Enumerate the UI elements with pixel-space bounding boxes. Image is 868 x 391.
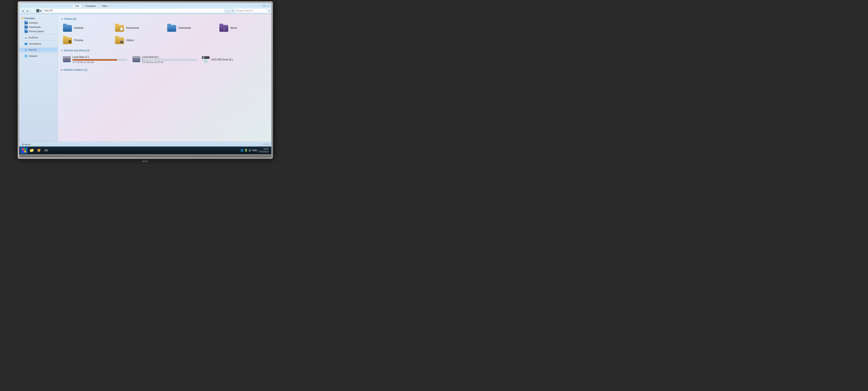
- drive-c-bar-wrap: [72, 59, 127, 61]
- drive-d-icon: [132, 56, 140, 63]
- folder-documents[interactable]: 📄 Documents: [113, 23, 164, 33]
- address-dropdown[interactable]: ▼: [226, 8, 229, 13]
- sidebar-desktop-label: Desktop: [29, 22, 38, 24]
- sidebar-item-recent[interactable]: Recent places: [19, 29, 57, 33]
- sidebar-favorites-header: ★ Favorites: [19, 16, 57, 21]
- drive-dvd-name: DVD RW Drive (E:): [211, 58, 266, 61]
- network-header-label: Network locations (1): [63, 68, 87, 71]
- folders-arrow: ▼: [61, 18, 63, 20]
- drive-d-bar-wrap: [142, 59, 196, 61]
- folders-header-label: Folders (6): [64, 18, 76, 21]
- sidebar-item-homegroup[interactable]: 👥 Homegroup: [19, 41, 57, 46]
- drive-c-free: 157 GB free of 192 GB: [72, 61, 127, 63]
- address-box[interactable]: This PC: [42, 8, 225, 13]
- folder-downloads[interactable]: ↓ Downloads: [165, 23, 216, 33]
- drive-d-info: Local Disk (D:) 270 GB free of 270 GB: [142, 56, 196, 63]
- sidebar-item-onedrive[interactable]: ☁ OneDrive: [19, 35, 57, 39]
- sidebar-item-network[interactable]: 🌐 Network: [19, 54, 57, 58]
- folder-videos-icon-big: 🎬: [115, 36, 124, 44]
- start-button[interactable]: [20, 147, 28, 154]
- taskbar-brave-btn[interactable]: 🦁: [35, 147, 42, 154]
- dvd-img: 💿: [202, 56, 210, 63]
- drive-c-icon: [63, 56, 71, 63]
- drive-d[interactable]: Local Disk (D:) 270 GB free of 270 GB: [131, 54, 198, 65]
- computer-icon: 🖥: [25, 48, 27, 51]
- scroll-indicator: [263, 143, 269, 145]
- drive-c-name: Local Disk (C:): [72, 56, 127, 59]
- folder-music-icon-big: ♫: [219, 24, 228, 32]
- taskbar-explorer-btn[interactable]: 📁: [28, 147, 35, 154]
- star-icon: ★: [21, 17, 24, 20]
- folder-downloads-icon-big: ↓: [167, 24, 176, 32]
- folders-grid: Desktop 📄 Documents ↓: [61, 23, 268, 46]
- network-section-header[interactable]: ▶ Network locations (1): [61, 68, 268, 71]
- hdd-c-icon: [63, 56, 71, 62]
- drive-d-name: Local Disk (D:): [142, 56, 196, 59]
- win-quad-red: [22, 148, 24, 150]
- tray-clock: 19:01 27/02/2023: [258, 147, 269, 153]
- folder-desktop-body: [63, 25, 72, 32]
- sidebar-item-thispc[interactable]: 🖥 This PC: [19, 48, 57, 52]
- help-icon[interactable]: ?: [267, 4, 270, 7]
- drive-d-free: 270 GB free of 270 GB: [142, 61, 196, 63]
- sidebar-divider-2: [21, 40, 56, 41]
- status-text: 10 items: [22, 143, 30, 146]
- sidebar-downloads-label: Downloads: [29, 26, 41, 28]
- back-button[interactable]: ◀: [21, 8, 25, 13]
- folder-pictures[interactable]: 🖼 Pictures: [61, 35, 112, 46]
- refresh-button[interactable]: ↻: [230, 8, 235, 13]
- minimize-icon[interactable]: ▾: [262, 4, 266, 7]
- taskbar-steam-btn[interactable]: 🎮: [43, 147, 50, 154]
- drive-d-bar: [142, 59, 143, 60]
- content-area: ▼ Folders (6) Desktop: [58, 14, 271, 142]
- drive-dvd[interactable]: 💿 DVD RW Drive (E:): [200, 54, 268, 65]
- scroll-dots: [263, 143, 269, 145]
- drive-c[interactable]: Local Disk (C:) 157 GB free of 192 GB: [61, 54, 129, 65]
- sidebar-item-downloads[interactable]: Downloads: [19, 25, 57, 29]
- breadcrumb-sep: ▶: [40, 9, 42, 12]
- sidebar-divider-3: [21, 47, 56, 47]
- dvd-tray: [202, 56, 210, 59]
- folder-desktop-icon: [25, 21, 28, 24]
- tab-file[interactable]: File: [72, 4, 82, 8]
- scroll-dot-2: [265, 143, 267, 145]
- network-icon: 🌐: [25, 55, 28, 57]
- devices-arrow: ▼: [61, 49, 63, 52]
- devices-section-header[interactable]: ▼ Devices and drives (3): [61, 49, 268, 52]
- tray-volume-icon: 🔊: [248, 149, 252, 152]
- scroll-dot-3: [268, 143, 269, 145]
- status-bar: 10 items: [19, 142, 271, 146]
- tray-date-value: 27/02/2023: [258, 150, 269, 153]
- sidebar-onedrive-label: OneDrive: [28, 36, 38, 39]
- sys-tray: 🌐 🔋 🔊 ENG 19:01 27/02/2023: [239, 147, 270, 153]
- tab-computer[interactable]: Computer: [82, 4, 99, 8]
- search-box[interactable]: 🔍: [236, 8, 270, 13]
- drives-grid: Local Disk (C:) 157 GB free of 192 GB: [61, 54, 268, 65]
- folder-downloads-icon: [25, 26, 28, 29]
- search-input[interactable]: [237, 9, 266, 12]
- drive-c-bar: [72, 59, 117, 60]
- address-bar: ◀ ▶ ↑ 🗄️ ▶ This PC ▼ ↻ 🔍: [19, 8, 271, 14]
- search-icon[interactable]: 🔍: [267, 9, 270, 12]
- folders-section-header[interactable]: ▼ Folders (6): [61, 18, 268, 21]
- forward-button[interactable]: ▶: [26, 8, 30, 13]
- sidebar-favorites: ★ Favorites Desktop Downloads: [19, 16, 57, 33]
- folder-music[interactable]: ♫ Music: [217, 23, 268, 33]
- tab-view[interactable]: View: [99, 4, 111, 8]
- win-quad-yellow: [24, 150, 26, 153]
- folder-pictures-icon-big: 🖼: [63, 36, 72, 44]
- sidebar-item-desktop[interactable]: Desktop: [19, 21, 57, 25]
- acer-logo: acer: [142, 160, 148, 162]
- folder-pictures-label: Pictures: [74, 39, 83, 42]
- tray-network-icon: 🌐: [240, 149, 244, 152]
- up-button[interactable]: ↑: [31, 8, 35, 13]
- tray-language[interactable]: ENG: [252, 149, 257, 151]
- folder-desktop[interactable]: Desktop: [61, 23, 112, 33]
- ribbon: File Computer View ▾ ? ◀ ▶ ↑ 🗄️ ▶: [19, 3, 271, 14]
- folder-recent-icon: [25, 30, 28, 33]
- folder-documents-icon-big: 📄: [115, 24, 124, 32]
- windows-logo: [22, 148, 26, 152]
- address-path: This PC: [44, 9, 53, 12]
- folder-videos[interactable]: 🎬 Videos: [113, 35, 164, 46]
- scroll-dot-1: [263, 143, 265, 145]
